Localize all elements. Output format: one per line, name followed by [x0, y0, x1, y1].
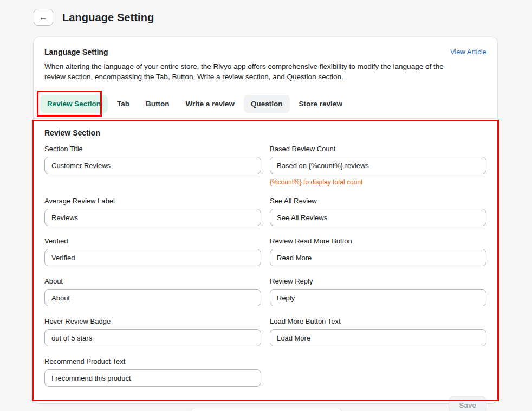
- field-review-read-more-button: Review Read More Button: [270, 237, 486, 266]
- load-more-input[interactable]: [270, 329, 486, 346]
- field-spacer: [270, 357, 486, 387]
- tab-button[interactable]: Button: [139, 95, 176, 113]
- review-section-form: Review Section Section Title Based Revie…: [34, 119, 497, 411]
- field-based-review-count: Based Review Count {%count%} to display …: [270, 145, 486, 186]
- field-label: Section Title: [44, 145, 261, 153]
- field-average-review-label: Average Review Label: [44, 197, 261, 226]
- field-label: Hover Review Badge: [44, 317, 261, 325]
- field-label: Recommend Product Text: [44, 357, 261, 365]
- field-label: Based Review Count: [270, 145, 486, 153]
- average-review-label-input[interactable]: [44, 209, 261, 226]
- about-input[interactable]: [44, 289, 261, 306]
- field-recommend-product-text: Recommend Product Text: [44, 357, 261, 387]
- form-grid: Section Title Based Review Count {%count…: [44, 145, 486, 387]
- field-hover-review-badge: Hover Review Badge: [44, 317, 261, 346]
- tab-review-section[interactable]: Review Section: [40, 95, 108, 113]
- form-heading: Review Section: [44, 129, 486, 137]
- view-article-link[interactable]: View Article: [450, 48, 486, 56]
- review-read-more-input[interactable]: [270, 249, 486, 266]
- field-section-title: Section Title: [44, 145, 261, 186]
- card-heading: Language Setting: [44, 48, 108, 56]
- back-arrow-icon: ←: [39, 12, 48, 22]
- count-helper-text: {%count%} to display total count: [270, 178, 486, 186]
- field-label: Review Read More Button: [270, 237, 486, 245]
- field-label: Average Review Label: [44, 197, 261, 205]
- field-review-reply: Review Reply: [270, 277, 486, 306]
- section-title-input[interactable]: [44, 157, 261, 174]
- recommend-product-text-input[interactable]: [44, 369, 261, 387]
- language-setting-card: Language Setting View Article When alter…: [34, 37, 497, 403]
- based-review-count-input[interactable]: [270, 157, 486, 174]
- hover-review-badge-input[interactable]: [44, 329, 261, 346]
- field-label: Load More Button Text: [270, 317, 486, 325]
- page-title: Language Setting: [62, 11, 154, 24]
- tab-bar: Review Section Tab Button Write a review…: [34, 91, 497, 119]
- field-label: About: [44, 277, 261, 285]
- field-label: Verified: [44, 237, 261, 245]
- field-label: See All Review: [270, 197, 486, 205]
- see-all-review-input[interactable]: [270, 209, 486, 226]
- review-reply-input[interactable]: [270, 289, 486, 306]
- tab-store-review[interactable]: Store review: [292, 95, 349, 113]
- verified-input[interactable]: [44, 249, 261, 266]
- top-bar: ← Language Setting: [34, 9, 154, 26]
- next-card-peek: [191, 408, 341, 411]
- back-button[interactable]: ←: [34, 9, 53, 26]
- field-label: Review Reply: [270, 277, 486, 285]
- field-about: About: [44, 277, 261, 306]
- field-load-more-button-text: Load More Button Text: [270, 317, 486, 346]
- field-verified: Verified: [44, 237, 261, 266]
- card-description: When altering the language of your entir…: [44, 61, 456, 82]
- field-see-all-review: See All Review: [270, 197, 486, 226]
- save-button[interactable]: Save: [449, 396, 486, 411]
- card-header: Language Setting View Article When alter…: [34, 37, 497, 82]
- tab-tab[interactable]: Tab: [110, 95, 137, 113]
- tab-write-a-review[interactable]: Write a review: [179, 95, 242, 113]
- tab-question[interactable]: Question: [244, 95, 290, 113]
